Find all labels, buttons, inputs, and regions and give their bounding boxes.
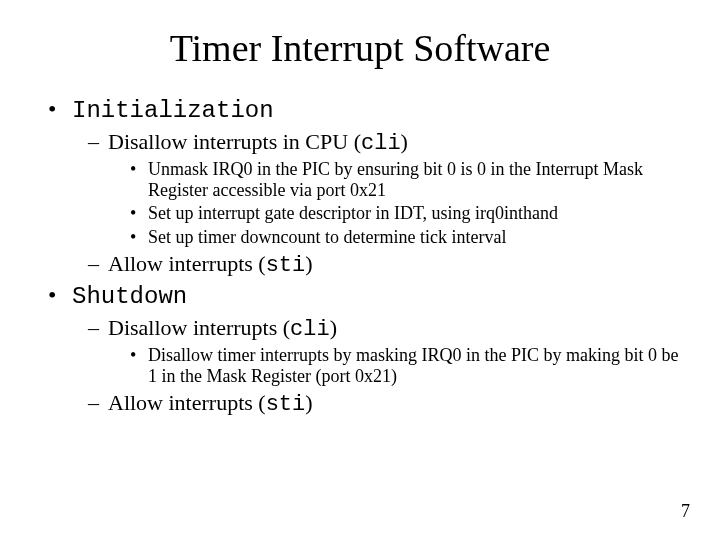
text-post: ) <box>305 251 312 276</box>
bullet-text: Set up interrupt gate descriptor in IDT,… <box>148 203 558 223</box>
subsubbullet-unmask-irq0: Unmask IRQ0 in the PIC by ensuring bit 0… <box>40 159 680 201</box>
subbullet-allow-interrupts-shutdown: Allow interrupts (sti) <box>40 390 680 417</box>
text-pre: Disallow interrupts ( <box>108 315 290 340</box>
text-post: ) <box>305 390 312 415</box>
subsubbullet-idt-gate: Set up interrupt gate descriptor in IDT,… <box>40 203 680 224</box>
subsubbullet-timer-downcount: Set up timer downcount to determine tick… <box>40 227 680 248</box>
bullet-text: Unmask IRQ0 in the PIC by ensuring bit 0… <box>148 159 643 200</box>
text-post: ) <box>330 315 337 340</box>
text-pre: Allow interrupts ( <box>108 251 266 276</box>
subsubbullet-mask-irq0: Disallow timer interrupts by masking IRQ… <box>40 345 680 387</box>
subbullet-disallow-interrupts-cpu: Disallow interrupts in CPU (cli) <box>40 129 680 156</box>
code-sti: sti <box>266 392 306 417</box>
code-cli: cli <box>290 317 330 342</box>
bullet-shutdown: Shutdown <box>40 282 680 311</box>
code-cli: cli <box>361 131 401 156</box>
bullet-text: Initialization <box>72 97 274 124</box>
subbullet-disallow-interrupts-shutdown: Disallow interrupts (cli) <box>40 315 680 342</box>
text-pre: Allow interrupts ( <box>108 390 266 415</box>
bullet-text: Shutdown <box>72 283 187 310</box>
slide-title: Timer Interrupt Software <box>40 26 680 70</box>
subbullet-allow-interrupts-init: Allow interrupts (sti) <box>40 251 680 278</box>
bullet-initialization: Initialization <box>40 96 680 125</box>
code-sti: sti <box>266 253 306 278</box>
page-number: 7 <box>681 501 690 522</box>
text-pre: Disallow interrupts in CPU ( <box>108 129 361 154</box>
slide: Timer Interrupt Software Initialization … <box>0 0 720 540</box>
text-post: ) <box>401 129 408 154</box>
bullet-text: Disallow timer interrupts by masking IRQ… <box>148 345 678 386</box>
bullet-text: Set up timer downcount to determine tick… <box>148 227 506 247</box>
